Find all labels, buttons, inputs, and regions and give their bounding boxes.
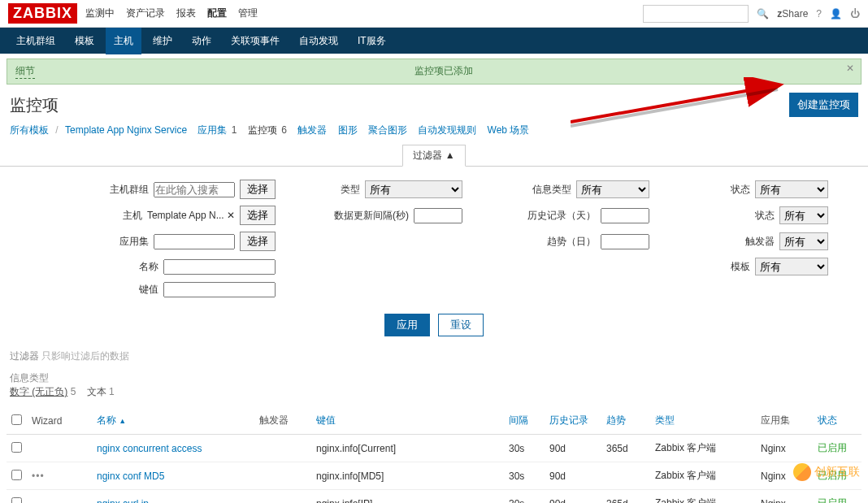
- infotype-label: 信息类型: [532, 183, 571, 197]
- col-history[interactable]: 历史记录: [549, 414, 588, 426]
- subfilter-numeric[interactable]: 数字 (无正负): [10, 386, 67, 397]
- type-select[interactable]: 所有: [365, 180, 462, 198]
- navbar-item[interactable]: 主机: [106, 28, 141, 54]
- appset-label: 应用集: [119, 235, 149, 249]
- item-key: nginx.info[Current]: [311, 435, 504, 462]
- host-select-button[interactable]: 选择: [240, 206, 276, 225]
- topmenu-item[interactable]: 管理: [238, 7, 258, 20]
- topbar: ZABBIX 监测中资产记录报表配置管理 🔍 zShare ? 👤 ⏻: [0, 0, 868, 28]
- tab-web[interactable]: Web 场景: [488, 124, 530, 136]
- col-interval[interactable]: 间隔: [509, 414, 528, 426]
- history-input[interactable]: [601, 208, 649, 223]
- navbar-item[interactable]: 自动发现: [291, 28, 346, 54]
- reset-button[interactable]: 重设: [438, 314, 484, 336]
- table-row: nginx curl ip nginx.info[IP] 30s 90d 365…: [7, 490, 861, 504]
- tab-aggr[interactable]: 聚合图形: [368, 124, 407, 136]
- navbar-item[interactable]: 关联项事件: [223, 28, 288, 54]
- trend-input[interactable]: [601, 234, 649, 249]
- tab-graphs[interactable]: 图形: [338, 124, 358, 136]
- col-name[interactable]: 名称: [97, 414, 116, 426]
- item-trend: 365d: [601, 490, 650, 504]
- watermark: 创新互联: [793, 463, 860, 481]
- logo[interactable]: ZABBIX: [8, 3, 77, 24]
- col-status[interactable]: 状态: [818, 414, 837, 426]
- global-search-input[interactable]: [643, 5, 749, 23]
- crumb-template[interactable]: Template App Nginx Service: [65, 124, 187, 136]
- apps-count: 1: [232, 124, 237, 136]
- state-label: 状态: [731, 183, 750, 197]
- banner-details-link[interactable]: 细节: [15, 64, 35, 79]
- item-name-link[interactable]: nginx conf MD5: [97, 470, 164, 482]
- appset-select-button[interactable]: 选择: [240, 232, 276, 251]
- item-history: 90d: [545, 490, 601, 504]
- col-type[interactable]: 类型: [655, 414, 675, 426]
- select-all-checkbox[interactable]: [11, 414, 22, 425]
- power-icon[interactable]: ⏻: [850, 8, 860, 20]
- state-select[interactable]: 所有: [755, 180, 828, 198]
- topmenu-item[interactable]: 监测中: [85, 7, 115, 20]
- tab-discovery[interactable]: 自动发现规则: [418, 124, 476, 136]
- col-triggers: 触发器: [259, 414, 289, 426]
- template-select[interactable]: 所有: [755, 258, 828, 275]
- interval-input[interactable]: [414, 208, 462, 223]
- key-input[interactable]: [163, 282, 276, 297]
- item-type: Zabbix 客户端: [650, 435, 756, 462]
- navbar-item[interactable]: 模板: [67, 28, 102, 54]
- item-type: Zabbix 客户端: [650, 462, 756, 490]
- row-checkbox[interactable]: [11, 442, 22, 453]
- item-name-link[interactable]: nginx concurrent access: [97, 443, 202, 454]
- navbar-item[interactable]: 主机群组: [8, 28, 63, 54]
- apply-button[interactable]: 应用: [384, 314, 430, 336]
- hostgroup-input[interactable]: [154, 182, 235, 197]
- row-checkbox[interactable]: [11, 470, 22, 480]
- navbar-item[interactable]: IT服务: [349, 28, 394, 54]
- user-icon[interactable]: 👤: [830, 8, 842, 20]
- trigger-select[interactable]: 所有: [779, 232, 828, 250]
- hostgroup-label: 主机群组: [110, 183, 149, 197]
- filter-toggle-row: 过滤器 ▲: [0, 144, 868, 167]
- item-trend: 365d: [601, 435, 650, 462]
- name-input[interactable]: [163, 259, 276, 275]
- status-label: 状态: [755, 209, 775, 223]
- item-status-link[interactable]: 已启用: [818, 442, 847, 453]
- col-trend[interactable]: 趋势: [606, 414, 626, 426]
- subfilter-text[interactable]: 文本: [87, 386, 106, 397]
- item-interval: 30s: [504, 462, 545, 490]
- navbar-item[interactable]: 动作: [184, 28, 219, 54]
- create-item-button[interactable]: 创建监控项: [789, 93, 858, 117]
- topmenu-item[interactable]: 资产记录: [126, 7, 165, 20]
- item-status-link[interactable]: 已启用: [818, 497, 847, 503]
- topmenu-item[interactable]: 报表: [176, 7, 196, 20]
- navbar-item[interactable]: 维护: [145, 28, 180, 54]
- close-icon[interactable]: ✕: [846, 63, 854, 74]
- crumb-all-templates[interactable]: 所有模板: [10, 124, 49, 136]
- subfilter-title: 信息类型: [10, 372, 49, 384]
- key-label: 键值: [139, 283, 158, 297]
- hostgroup-select-button[interactable]: 选择: [240, 180, 276, 199]
- trend-label: 趋势（日）: [547, 235, 596, 249]
- item-trend: [601, 462, 650, 490]
- status-select[interactable]: 所有: [779, 206, 828, 224]
- item-interval: 30s: [504, 435, 545, 462]
- row-checkbox[interactable]: [11, 497, 22, 504]
- success-banner: 细节 监控项已添加 ✕: [7, 59, 861, 85]
- item-appset: Nginx: [756, 490, 813, 504]
- host-chip[interactable]: Template App N... ✕: [147, 210, 235, 221]
- item-name-link[interactable]: nginx curl ip: [97, 498, 149, 504]
- item-history: 90d: [545, 462, 601, 490]
- tab-items[interactable]: 监控项: [248, 124, 277, 136]
- search-icon[interactable]: 🔍: [757, 8, 769, 20]
- topmenu-item[interactable]: 配置: [207, 7, 227, 20]
- filter-note: 过滤器 只影响过滤后的数据: [0, 345, 868, 368]
- wizard-icon[interactable]: •••: [32, 470, 45, 482]
- watermark-icon: [793, 463, 811, 481]
- share-link[interactable]: zShare: [777, 8, 808, 20]
- appset-input[interactable]: [154, 234, 235, 249]
- filter-toggle[interactable]: 过滤器 ▲: [402, 145, 465, 167]
- col-key[interactable]: 键值: [316, 414, 336, 426]
- infotype-select[interactable]: 所有: [576, 180, 649, 198]
- tab-triggers[interactable]: 触发器: [297, 124, 327, 136]
- help-icon[interactable]: ?: [816, 8, 822, 20]
- tab-apps[interactable]: 应用集: [197, 124, 227, 136]
- template-label: 模板: [731, 260, 750, 274]
